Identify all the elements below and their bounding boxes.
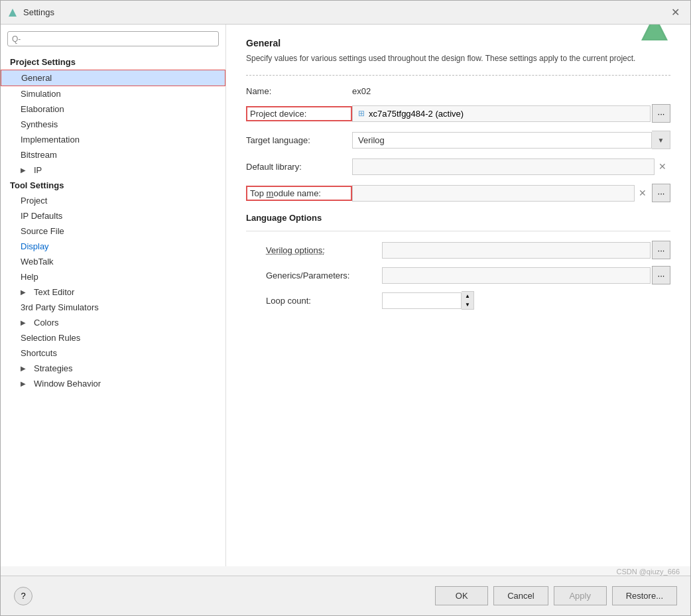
- bottom-buttons: OK Cancel Apply Restore...: [435, 586, 677, 605]
- sidebar-item-ip-defaults[interactable]: IP Defaults: [1, 208, 225, 223]
- bitstream-label: Bitstream: [21, 150, 57, 160]
- text-editor-expand-icon: ▶: [21, 288, 30, 296]
- window-behavior-label: Window Behavior: [34, 379, 101, 389]
- sidebar-item-help[interactable]: Help: [1, 269, 225, 284]
- top-module-input[interactable]: ex02: [352, 185, 635, 202]
- sidebar-item-implementation[interactable]: Implementation: [1, 132, 225, 147]
- window-behavior-expand-icon: ▶: [21, 380, 30, 387]
- sidebar-item-elaboration[interactable]: Elaboration: [1, 101, 225, 117]
- loop-count-input[interactable]: 1,000: [382, 292, 462, 309]
- 3rd-party-label: 3rd Party Simulators: [21, 302, 99, 312]
- name-label: Name:: [246, 86, 352, 96]
- sidebar-item-simulation[interactable]: Simulation: [1, 86, 225, 101]
- synthesis-label: Synthesis: [21, 119, 58, 129]
- project-device-value: xc7a75tfgg484-2 (active): [369, 109, 464, 119]
- target-language-dropdown-arrow: ▼: [652, 131, 670, 149]
- sidebar-item-general[interactable]: General: [1, 70, 225, 86]
- sidebar-item-ip[interactable]: ▶ IP: [1, 162, 225, 178]
- target-language-select[interactable]: Verilog: [352, 132, 652, 149]
- main-panel: General Specify values for various setti…: [226, 25, 690, 566]
- titlebar: Settings ✕: [1, 1, 690, 25]
- ip-expand-icon: ▶: [21, 166, 30, 174]
- settings-window: Settings ✕ Q- Project Settings General S…: [0, 0, 691, 616]
- help-label: Help: [21, 272, 38, 282]
- default-library-label: Default library:: [246, 162, 352, 172]
- ok-button[interactable]: OK: [435, 586, 488, 605]
- verilog-options-label: Verilog options:: [266, 245, 382, 255]
- tool-settings-header: Tool Settings: [1, 178, 225, 193]
- sidebar-item-webtalk[interactable]: WebTalk: [1, 254, 225, 269]
- project-device-row: Project device: ⊞ xc7a75tfgg484-2 (activ…: [246, 104, 670, 123]
- bottom-watermark: CSDN @qiuzy_666: [1, 566, 690, 576]
- loop-count-down-button[interactable]: ▼: [462, 300, 473, 309]
- sidebar-item-text-editor[interactable]: ▶ Text Editor: [1, 284, 225, 300]
- loop-count-spinbox: 1,000 ▲ ▼: [382, 291, 474, 310]
- svg-marker-0: [9, 9, 17, 17]
- top-module-clear-button[interactable]: ✕: [635, 184, 651, 202]
- name-value: ex02: [352, 86, 371, 96]
- sidebar-item-strategies[interactable]: ▶ Strategies: [1, 361, 225, 376]
- webtalk-label: WebTalk: [21, 257, 54, 267]
- default-library-row: Default library: xil_defaultlib ✕: [246, 157, 670, 176]
- loop-count-row: Loop count: 1,000 ▲ ▼: [266, 291, 670, 310]
- app-icon: [7, 7, 18, 18]
- help-button[interactable]: ?: [14, 587, 32, 605]
- sidebar-item-3rd-party[interactable]: 3rd Party Simulators: [1, 300, 225, 315]
- target-language-label: Target language:: [246, 135, 352, 145]
- project-device-input-group: ⊞ xc7a75tfgg484-2 (active) ···: [352, 104, 670, 123]
- divider: [246, 75, 670, 76]
- sidebar-item-bitstream[interactable]: Bitstream: [1, 147, 225, 162]
- search-input[interactable]: [23, 34, 214, 44]
- generics-browse-button[interactable]: ···: [652, 266, 670, 284]
- titlebar-left: Settings: [7, 7, 54, 18]
- project-device-browse-button[interactable]: ···: [652, 104, 670, 123]
- target-language-row: Target language: Verilog ▼: [246, 131, 670, 149]
- simulation-label: Simulation: [21, 89, 61, 99]
- strategies-expand-icon: ▶: [21, 365, 30, 372]
- lang-options-title: Language Options: [246, 213, 670, 223]
- search-icon: Q-: [12, 34, 21, 44]
- implementation-label: Implementation: [21, 135, 80, 145]
- name-row: Name: ex02: [246, 86, 670, 96]
- sidebar-item-colors[interactable]: ▶ Colors: [1, 315, 225, 330]
- restore-button[interactable]: Restore...: [612, 586, 677, 605]
- generics-row: Generics/Parameters: ···: [266, 266, 670, 284]
- top-module-input-group: ex02 ✕ ···: [352, 184, 670, 202]
- search-box[interactable]: Q-: [7, 31, 219, 46]
- sidebar-item-display[interactable]: Display: [1, 239, 225, 254]
- ip-defaults-label: IP Defaults: [21, 211, 62, 221]
- text-editor-label: Text Editor: [34, 287, 74, 297]
- chip-icon: ⊞: [358, 109, 365, 118]
- xilinx-logo: [639, 25, 670, 43]
- sidebar-item-shortcuts[interactable]: Shortcuts: [1, 345, 225, 361]
- lang-options-divider: [246, 231, 670, 231]
- cancel-button[interactable]: Cancel: [493, 586, 548, 605]
- apply-button[interactable]: Apply: [554, 586, 607, 605]
- verilog-options-browse-button[interactable]: ···: [652, 241, 670, 259]
- panel-title: General: [246, 38, 670, 48]
- generics-input[interactable]: [382, 267, 651, 284]
- sidebar-item-selection-rules[interactable]: Selection Rules: [1, 330, 225, 345]
- loop-count-up-button[interactable]: ▲: [462, 292, 473, 300]
- sidebar-item-window-behavior[interactable]: ▶ Window Behavior: [1, 376, 225, 391]
- window-title: Settings: [23, 7, 54, 17]
- colors-label: Colors: [34, 318, 59, 328]
- source-file-label: Source File: [21, 226, 64, 236]
- project-label: Project: [21, 196, 47, 206]
- loop-count-label: Loop count:: [266, 296, 382, 306]
- sidebar-item-synthesis[interactable]: Synthesis: [1, 117, 225, 132]
- shortcuts-label: Shortcuts: [21, 348, 57, 358]
- sidebar-item-source-file[interactable]: Source File: [1, 223, 225, 239]
- colors-expand-icon: ▶: [21, 319, 30, 326]
- generics-label: Generics/Parameters:: [266, 271, 382, 280]
- default-library-input[interactable]: xil_defaultlib: [352, 158, 655, 175]
- verilog-options-input[interactable]: verilog_version=Verilog 2001: [382, 242, 651, 259]
- verilog-options-row: Verilog options: verilog_version=Verilog…: [266, 241, 670, 259]
- top-module-row: Top module name: ex02 ✕ ···: [246, 184, 670, 202]
- top-module-browse-button[interactable]: ···: [652, 184, 670, 202]
- sidebar-item-project[interactable]: Project: [1, 193, 225, 208]
- default-library-input-group: xil_defaultlib ✕: [352, 157, 670, 176]
- sidebar: Q- Project Settings General Simulation E…: [1, 25, 226, 566]
- default-library-clear-button[interactable]: ✕: [655, 157, 670, 176]
- close-button[interactable]: ✕: [667, 5, 684, 20]
